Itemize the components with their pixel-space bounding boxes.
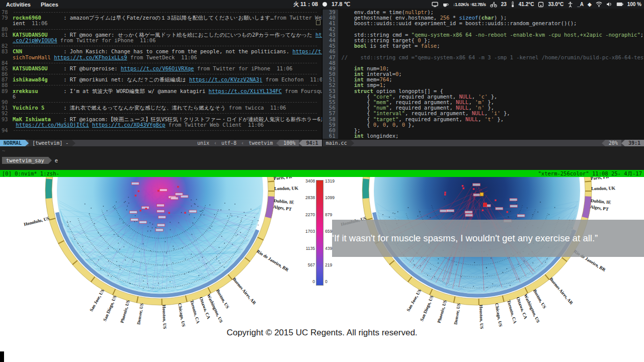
code-line: 46 bbox=[323, 49, 644, 54]
disk-temp: 33.0°C bbox=[548, 2, 564, 7]
legend-tick: 439 bbox=[325, 246, 332, 251]
weather-temp: 17.8 ℃ bbox=[332, 1, 350, 8]
code-line: 47// std::string cmd ="qemu-system-x86_6… bbox=[323, 55, 644, 60]
statusline-right: main.cc 20% 39:1 bbox=[323, 140, 644, 146]
tweet-link[interactable]: https://t.co/UYpqI3w42L bbox=[292, 49, 321, 54]
tweet-row: 82 bbox=[0, 43, 322, 49]
code-pane[interactable]: 39 env.date = time(nullptr);40 gethostna… bbox=[323, 9, 644, 146]
code-line: 59 { 0, 0, 0, 0 }, bbox=[323, 122, 644, 128]
clock-area[interactable]: 火 11：08 17.8 ℃ bbox=[293, 0, 350, 9]
powerline-arrow bbox=[299, 140, 302, 146]
statusline-left: NORMAL [tweetvim] - unix utf-8 tweetvim … bbox=[0, 140, 322, 146]
city-label: London, UK bbox=[591, 186, 615, 191]
activities-button[interactable]: Activities bbox=[6, 2, 31, 8]
battery-icon bbox=[616, 2, 623, 7]
tweet-row: 81KATSUDANSOU : RT @moo_gamer: せっかく格ゲー風ド… bbox=[0, 32, 322, 38]
tweet-row: 79rockn6960 : amazonプライムは早くFate/zeroの１３話… bbox=[0, 15, 322, 21]
code-line: 43 std::string cmd = "qemu-system-x86_64… bbox=[323, 32, 644, 38]
cmdline-input[interactable]: e bbox=[55, 157, 58, 163]
legend-tick: 1135 bbox=[306, 246, 315, 251]
thermometer-icon bbox=[511, 1, 515, 8]
filetype: tweetvim bbox=[245, 140, 276, 146]
code-line: 48 bbox=[323, 60, 644, 66]
cmdline-label: tweetvim_say bbox=[2, 157, 48, 164]
monitor-icon bbox=[432, 2, 438, 8]
vim-mode-indicator: NORMAL bbox=[0, 140, 25, 146]
tweet-row: https://t.co/HuSiOjItCi https://t.co/XQ4… bbox=[0, 122, 322, 128]
copyright-text: Copyright © 2015 UC Regents. All rights … bbox=[0, 328, 644, 338]
powerline-arrow bbox=[621, 140, 625, 146]
tmux-window-list[interactable]: [0] 0:nvim* 1:zsh- bbox=[2, 170, 59, 177]
cmdline-prompt[interactable]: tweetvim_say e bbox=[2, 157, 58, 164]
browser-page: Paris, FRLondon, UKDublin, IEAlges, PTRi… bbox=[0, 177, 644, 362]
tweet-link[interactable]: https://t bbox=[315, 32, 322, 38]
tweet-row: 90 bbox=[0, 100, 322, 105]
tweet-row: sichTownHall https://t.co/KFhoixLLs9 fro… bbox=[0, 55, 322, 60]
powerline-arrow bbox=[25, 140, 29, 146]
code-line: 57 { "interval", required_argument, NULL… bbox=[323, 111, 644, 116]
file-format: unix bbox=[194, 140, 213, 146]
tweetvim-pane[interactable]: 7879rockn6960 : amazonプライムは早くFate/zeroの１… bbox=[0, 9, 323, 146]
weather-icon bbox=[323, 2, 327, 7]
chevron-left-icon bbox=[213, 140, 218, 146]
tweet-row: 88 bbox=[0, 82, 322, 88]
code-lines: 39 env.date = time(nullptr);40 gethostna… bbox=[323, 10, 644, 139]
code-line: 44 std::string target{ 0 }; bbox=[323, 38, 644, 43]
code-line: 55 { "mem", required_argument, NULL, 'm'… bbox=[323, 100, 644, 105]
wifi-icon bbox=[596, 2, 602, 7]
legend-tick: 3408 bbox=[305, 178, 315, 184]
code-line: 40 gethostname( env.hostname, 256 * size… bbox=[323, 15, 644, 21]
clock-label: 火 11：08 bbox=[293, 1, 318, 8]
terminal-window: 7879rockn6960 : amazonプライムは早くFate/zeroの１… bbox=[0, 9, 644, 146]
tweet-link[interactable]: https://t.co/KVzzV2NA3j bbox=[189, 77, 262, 82]
cyclist-icon bbox=[490, 2, 497, 8]
powerline-arrow bbox=[276, 140, 280, 146]
vim-cmdline-area[interactable]: ~ tweetvim_say e bbox=[0, 146, 644, 170]
system-indicators[interactable]: ↓1.02K/s ↑62.7B/s 23 41.2°C 33.0°C _A ◆ … bbox=[432, 0, 641, 9]
places-button[interactable]: Places bbox=[41, 2, 58, 8]
tweet-row: 92 bbox=[0, 111, 322, 116]
cycling-count: 23 bbox=[501, 2, 507, 7]
tweet-row: 83CNN : John Kasich: Change has to come … bbox=[0, 49, 322, 54]
code-line: 45 bool is_set_target = false; bbox=[323, 43, 644, 49]
powerline-arrow bbox=[72, 140, 75, 146]
tweet-link[interactable]: https://t.co/XQ43VYg8cp bbox=[92, 122, 165, 128]
tweet-link[interactable]: https://t.co/XiiYL134FC bbox=[209, 88, 282, 94]
tweet-row: 89xrekkusu : I'm at 筑波大学 WORD編集部 w/ @ama… bbox=[0, 88, 322, 94]
powerline-arrow bbox=[351, 140, 354, 146]
scroll-marker bbox=[316, 20, 320, 25]
tweet-row: 87ishikawa84g : RT @morikuni_net: なんだ？この… bbox=[0, 77, 322, 82]
powerline-arrow bbox=[48, 157, 52, 164]
tweet-row: .co/2jpWyIOUO4 from Twitter for iPhone 1… bbox=[0, 38, 322, 43]
legend-gradient-bar bbox=[316, 180, 324, 286]
tweet-rows: 7879rockn6960 : amazonプライムは早くFate/zeroの１… bbox=[0, 10, 322, 133]
tweet-link[interactable]: https://t.co/V66OiVRXqe bbox=[121, 66, 194, 71]
tweet-row: 78 bbox=[0, 10, 322, 15]
legend-tick: 0 bbox=[325, 279, 328, 284]
code-line: 49 int num=10; bbox=[323, 66, 644, 71]
code-line: 58 { "target", required_argument, NULL, … bbox=[323, 117, 644, 122]
top-bar-menus: Activities Places bbox=[6, 0, 58, 9]
powerline-arrow bbox=[602, 140, 605, 146]
volume-icon bbox=[606, 2, 612, 7]
legend-tick: 879 bbox=[325, 212, 332, 217]
legend-tick: 219 bbox=[325, 262, 332, 267]
tweet-row: 86 bbox=[0, 71, 322, 77]
code-line: 60 }; bbox=[323, 128, 644, 133]
quote-overlay: “If it wasn't for muscle spasms, I would… bbox=[332, 220, 644, 257]
code-line: 41 boost::uuids::uuid experiment_id = bo… bbox=[323, 21, 644, 26]
tweet-link[interactable]: https://t.co/KFhoixLLs9 bbox=[54, 55, 127, 60]
cursor-position: 39:1 bbox=[625, 140, 644, 146]
tweet-link[interactable]: https://t.co/HuSiOjItCi bbox=[16, 122, 89, 128]
tweet-link[interactable]: .co/2jpWyIOUO4 bbox=[13, 38, 57, 43]
code-line: 39 env.date = time(nullptr); bbox=[323, 10, 644, 15]
desktop: Activities Places 火 11：08 17.8 ℃ ↓1.02K/… bbox=[0, 0, 644, 362]
statusline-fill bbox=[354, 140, 602, 146]
code-line: 53 struct option longopts[] = { bbox=[323, 88, 644, 94]
code-line: 56 { "num", required_argument, NULL, 'n'… bbox=[323, 105, 644, 111]
tweet-row: 80 bbox=[0, 27, 322, 32]
scroll-percent: 100% bbox=[280, 140, 299, 146]
legend-tick: 2270 bbox=[305, 212, 315, 217]
code-line: 54 { "core", required_argument, NULL, 'c… bbox=[323, 94, 644, 100]
code-line: 61 int longindex; bbox=[323, 133, 644, 139]
